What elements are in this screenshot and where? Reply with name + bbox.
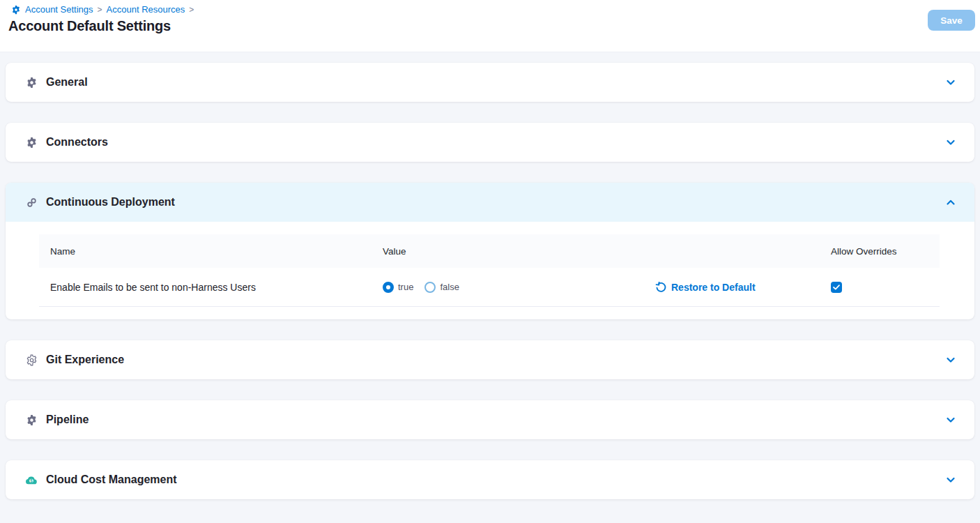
radio-true-label: true xyxy=(398,282,413,292)
restore-cell: Restore to Default xyxy=(655,282,831,293)
table-row: Enable Emails to be sent to non-Harness … xyxy=(39,268,940,307)
section-continuous-deployment: Continuous Deployment Name Value Allow O… xyxy=(6,183,974,319)
svg-text:$: $ xyxy=(30,478,33,483)
breadcrumb-link-account-resources[interactable]: Account Resources xyxy=(107,4,185,15)
settings-table: Name Value Allow Overrides Enable Emails… xyxy=(39,234,940,307)
breadcrumb-separator: > xyxy=(189,5,194,15)
chevron-down-icon[interactable] xyxy=(945,137,956,148)
chevron-down-icon[interactable] xyxy=(945,77,956,88)
section-header-general[interactable]: General xyxy=(6,63,974,102)
restore-to-default-link[interactable]: Restore to Default xyxy=(655,282,831,293)
restore-icon xyxy=(655,282,666,293)
gear-icon xyxy=(25,77,38,89)
section-header-connectors[interactable]: Connectors xyxy=(6,123,974,162)
section-git-experience: Git Experience xyxy=(6,340,974,379)
settings-gear-icon xyxy=(11,5,21,15)
cloud-dollar-icon: $ xyxy=(25,475,38,485)
gear-outline-icon xyxy=(25,354,38,366)
radio-option-true[interactable]: true xyxy=(383,282,413,293)
value-radio-group: true false xyxy=(383,282,655,293)
radio-true-button[interactable] xyxy=(383,282,394,293)
check-icon xyxy=(833,285,840,290)
chevron-down-icon[interactable] xyxy=(945,474,956,485)
column-header-name: Name xyxy=(39,246,383,257)
breadcrumb-link-account-settings[interactable]: Account Settings xyxy=(25,4,93,15)
radio-false-button[interactable] xyxy=(424,282,436,293)
allow-overrides-checkbox[interactable] xyxy=(831,282,842,293)
section-header-continuous-deployment[interactable]: Continuous Deployment xyxy=(6,183,974,222)
section-connectors: Connectors xyxy=(6,123,974,162)
section-title: Cloud Cost Management xyxy=(46,473,177,486)
table-header-row: Name Value Allow Overrides xyxy=(39,234,940,268)
section-cloud-cost-management: $ Cloud Cost Management xyxy=(6,460,974,499)
chevron-down-icon[interactable] xyxy=(945,414,956,425)
section-header-cloud-cost-management[interactable]: $ Cloud Cost Management xyxy=(6,460,974,499)
content-area: General Connectors xyxy=(0,52,980,523)
cd-links-icon xyxy=(25,197,38,209)
column-header-value: Value xyxy=(383,246,655,257)
setting-name: Enable Emails to be sent to non-Harness … xyxy=(39,282,383,293)
allow-overrides-cell xyxy=(831,282,940,293)
column-header-allow-overrides: Allow Overrides xyxy=(831,246,940,257)
restore-to-default-label: Restore to Default xyxy=(671,282,756,293)
section-header-pipeline[interactable]: Pipeline xyxy=(6,400,974,439)
chevron-up-icon[interactable] xyxy=(945,197,956,208)
gear-icon xyxy=(25,137,38,149)
radio-option-false[interactable]: false xyxy=(424,282,459,293)
section-title: Git Experience xyxy=(46,354,124,366)
chevron-down-icon[interactable] xyxy=(945,354,956,365)
section-pipeline: Pipeline xyxy=(6,400,974,439)
radio-false-label: false xyxy=(440,282,459,292)
section-general: General xyxy=(6,63,974,102)
section-title: Connectors xyxy=(46,136,108,149)
gear-icon xyxy=(25,414,38,426)
page-title: Account Default Settings xyxy=(8,18,980,34)
breadcrumb-separator: > xyxy=(98,5,102,15)
breadcrumb: Account Settings > Account Resources > xyxy=(3,4,980,15)
section-header-git-experience[interactable]: Git Experience xyxy=(6,340,974,379)
save-button[interactable]: Save xyxy=(928,10,975,31)
section-title: Pipeline xyxy=(46,414,89,426)
page: Account Settings > Account Resources > A… xyxy=(0,0,980,523)
section-title: General xyxy=(46,76,88,89)
section-title: Continuous Deployment xyxy=(46,196,175,209)
page-header: Account Settings > Account Resources > A… xyxy=(0,0,980,52)
